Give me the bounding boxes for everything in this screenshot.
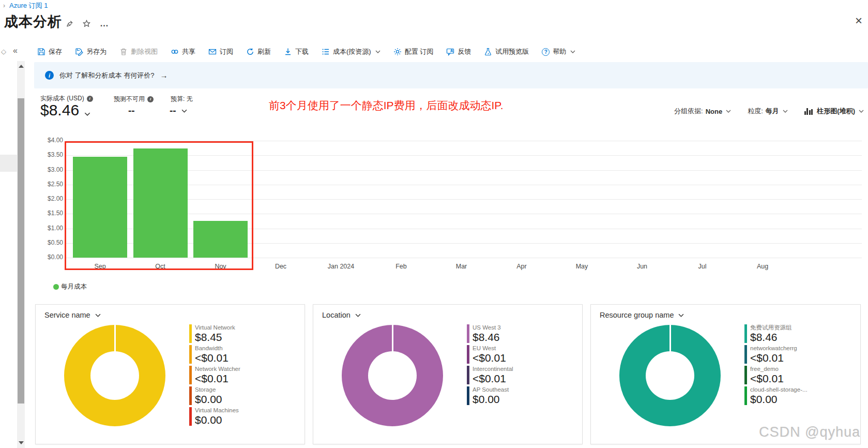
y-axis-tick: $0.00 [27,253,63,261]
chevron-down-icon[interactable] [181,109,187,113]
x-axis-label: Mar [433,263,490,270]
scroll-down-arrow-icon[interactable] [19,441,24,444]
breakdown-card-resource-group: Resource group name 免费试用资源组$8.46 network… [590,304,861,444]
chart-controls: 分组依据: None 粒度: 每月 柱形图(堆积) [674,107,864,116]
chart-type-dropdown[interactable]: 柱形图(堆积) [804,107,864,116]
annotation-rectangle [65,141,253,270]
legend-color-bar [467,324,469,343]
legend-item: EU West<$0.01 [467,345,513,364]
more-options-icon[interactable]: … [100,21,110,26]
feedback-icon [446,48,454,56]
legend-color-bar [744,324,747,343]
save-icon [37,48,45,56]
card-title-dropdown[interactable]: Location [322,311,361,319]
chevron-down-icon [783,110,788,113]
forecast-value: -- [128,105,135,116]
vertical-scrollbar[interactable] [17,61,25,448]
feedback-button[interactable]: 反馈 [446,47,471,56]
command-toolbar: 保存 另存为 删除视图 共享 订阅 刷新 下载 成本(按资源) [37,43,575,60]
legend-item: US West 3$8.46 [467,324,513,343]
download-icon [284,48,292,56]
info-icon: i [45,71,54,80]
legend-color-bar [189,345,192,364]
feedback-banner: i 你对 了解和分析成本 有何评价? → [34,62,868,88]
info-icon[interactable]: i [87,96,93,102]
legend-item: cloud-shell-storage-...$0.00 [744,386,808,405]
rail-highlight-box [0,155,17,172]
legend-color-bar [189,407,192,426]
cost-analysis-page: › Azure 订阅 1 成本分析 … × ◇ « 保存 另存为 删除视图 [0,0,868,448]
legend-item: AP Southeast$0.00 [467,386,513,405]
breadcrumb: › Azure 订阅 1 [3,1,48,10]
donut-chart[interactable] [619,325,721,426]
card-title-dropdown[interactable]: Resource group name [600,311,684,319]
card-title-dropdown[interactable]: Service name [44,311,101,319]
collapse-panel-icon[interactable]: « [13,46,18,55]
x-axis-label: Feb [373,263,430,270]
legend-color-bar [467,366,469,384]
save-button[interactable]: 保存 [37,47,62,56]
list-icon [322,48,330,56]
chevron-down-icon [859,110,864,113]
donut-chart[interactable] [64,325,165,426]
delete-view-icon [119,48,128,56]
banner-text: 你对 了解和分析成本 有何评价? [59,71,154,80]
donut-slice-gap [669,325,671,352]
forecast-label: 预测不可用 i [114,95,154,103]
chevron-down-icon[interactable] [84,112,90,116]
refresh-button[interactable]: 刷新 [246,47,271,56]
share-button[interactable]: 共享 [171,47,195,56]
budget-value: -- [170,105,187,116]
legend-item: free_demo<$0.01 [744,366,808,384]
donut-legend: US West 3$8.46 EU West<$0.01 Intercontin… [467,324,513,407]
chevron-down-icon [375,50,380,53]
granularity-dropdown[interactable]: 粒度: 每月 [748,107,788,116]
breakdown-card-location: Location US West 3$8.46 EU West<$0.01 In… [313,304,583,444]
scroll-up-arrow-icon[interactable] [19,65,24,68]
group-by-dropdown[interactable]: 分组依据: None [674,107,731,116]
delete-view-button: 删除视图 [119,47,158,56]
info-icon[interactable]: i [147,96,154,102]
chevron-down-icon [726,110,731,113]
y-axis-tick: $2.50 [27,181,63,188]
refresh-icon [246,48,254,56]
donut-legend: Virtual Network$8.45 Bandwidth<$0.01 Net… [189,324,240,428]
scrollbar-thumb[interactable] [18,98,24,404]
legend-item: Network Watcher<$0.01 [189,366,240,384]
mail-icon [208,48,217,56]
legend-color-bar [744,386,747,405]
y-axis-tick: $0.50 [27,239,63,246]
y-axis-tick: $3.50 [27,151,63,158]
legend-item: Bandwidth<$0.01 [189,345,240,364]
pin-icon[interactable] [66,20,73,27]
legend-item: Intercontinental<$0.01 [467,366,513,384]
legend-color-bar [189,366,192,384]
help-dropdown[interactable]: ? 帮助 [542,47,575,56]
cost-by-resource-dropdown[interactable]: 成本(按资源) [322,47,380,56]
arrow-right-icon[interactable]: → [160,71,167,80]
column-chart-icon [804,108,813,115]
rail-diamond-icon[interactable]: ◇ [1,48,6,55]
share-icon [171,48,179,56]
configure-subscription-button[interactable]: 配置 订阅 [393,47,434,56]
chevron-down-icon [570,50,575,53]
x-axis-label: Aug [734,263,791,270]
breadcrumb-subscription-link[interactable]: Azure 订阅 1 [9,1,48,10]
try-preview-button[interactable]: 试用预览版 [484,47,529,56]
page-title: 成本分析 [4,12,62,31]
y-axis-tick: $1.00 [27,225,63,232]
x-axis-label: Jun [614,263,671,270]
chevron-down-icon [95,313,101,317]
favorite-star-icon[interactable] [83,20,90,27]
donut-chart[interactable] [342,325,443,426]
gear-icon [393,48,402,56]
download-button[interactable]: 下载 [284,47,309,56]
save-as-button[interactable]: 另存为 [75,47,106,56]
donut-hole [646,351,694,400]
legend-item: Virtual Machines$0.00 [189,407,240,426]
budget-label: 预算: 无 [171,95,193,103]
chevron-down-icon [355,313,361,317]
donut-hole [90,351,139,400]
close-icon[interactable]: × [855,14,862,27]
subscribe-button[interactable]: 订阅 [208,47,233,56]
